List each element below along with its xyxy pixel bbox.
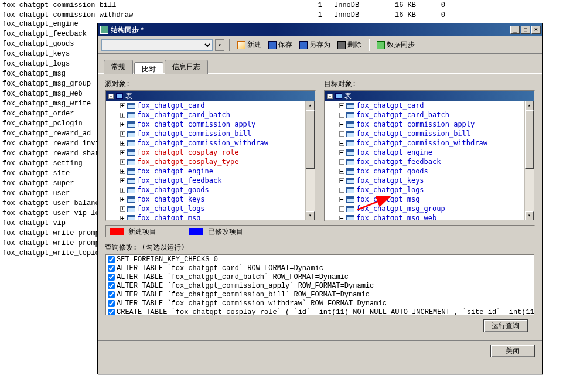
tree-item[interactable]: +fox_chatgpt_msg: [106, 213, 315, 220]
sql-line[interactable]: ALTER TABLE `fox_chatgpt_commission_with…: [106, 299, 534, 308]
expander-icon[interactable]: +: [120, 188, 125, 193]
sql-checkbox[interactable]: [108, 265, 115, 272]
scroll-down-button[interactable]: ▾: [525, 211, 534, 220]
sql-line[interactable]: ALTER TABLE `fox_chatgpt_card_batch` ROW…: [106, 272, 534, 281]
expander-icon[interactable]: +: [339, 206, 344, 212]
tree-item[interactable]: +fox_chatgpt_card: [325, 101, 534, 110]
expander-icon[interactable]: +: [120, 178, 125, 183]
tree-item[interactable]: +fox_chatgpt_engine: [106, 166, 315, 176]
expander-icon[interactable]: +: [120, 131, 125, 137]
expander-icon[interactable]: +: [339, 216, 344, 221]
expander-icon[interactable]: +: [339, 197, 344, 202]
tree-item[interactable]: +fox_chatgpt_feedback: [106, 176, 315, 185]
tree-item[interactable]: +fox_chatgpt_commission_apply: [325, 120, 534, 129]
delete-button[interactable]: 删除: [335, 39, 364, 51]
scroll-up-button[interactable]: ▴: [306, 101, 315, 110]
expander-icon[interactable]: +: [339, 141, 344, 146]
tree-item[interactable]: +fox_chatgpt_goods: [325, 166, 534, 176]
expander-icon[interactable]: +: [120, 197, 125, 202]
expander-icon[interactable]: +: [120, 206, 125, 212]
sql-line[interactable]: ALTER TABLE `fox_chatgpt_commission_appl…: [106, 281, 534, 290]
dialog-titlebar[interactable]: 结构同步 * _ □ ×: [98, 23, 542, 36]
expander-icon[interactable]: +: [120, 216, 125, 221]
scroll-thumb[interactable]: [525, 110, 534, 169]
run-query-button[interactable]: 运行查询: [483, 319, 528, 332]
tree-item[interactable]: +fox_chatgpt_keys: [325, 176, 534, 185]
tree-item[interactable]: +fox_chatgpt_msg_web: [325, 213, 534, 220]
save-button[interactable]: 保存: [266, 39, 295, 51]
scrollbar[interactable]: ▴ ▾: [524, 101, 534, 220]
tree-item[interactable]: +fox_chatgpt_commission_withdraw: [106, 138, 315, 148]
tree-header[interactable]: - 表: [106, 91, 315, 101]
minimize-button[interactable]: _: [510, 26, 520, 34]
sql-checkbox[interactable]: [108, 274, 115, 281]
tree-item[interactable]: +fox_chatgpt_msg_group: [325, 204, 534, 213]
expander-icon[interactable]: +: [120, 122, 125, 127]
expander-icon[interactable]: +: [339, 122, 344, 127]
tree-item[interactable]: +fox_chatgpt_msg: [325, 195, 534, 204]
tab-general[interactable]: 常规: [104, 60, 133, 74]
expander-icon[interactable]: +: [339, 178, 344, 183]
collapse-icon[interactable]: -: [327, 94, 333, 99]
expander-icon[interactable]: +: [339, 159, 344, 165]
tree-item[interactable]: +fox_chatgpt_engine: [325, 148, 534, 157]
target-tree[interactable]: - 表 +fox_chatgpt_card+fox_chatgpt_card_b…: [324, 90, 535, 221]
maximize-button[interactable]: □: [521, 26, 530, 34]
sql-line[interactable]: SET FOREIGN_KEY_CHECKS=0: [106, 255, 534, 264]
sql-listbox[interactable]: SET FOREIGN_KEY_CHECKS=0ALTER TABLE `fox…: [105, 254, 535, 316]
sql-checkbox[interactable]: [108, 256, 115, 263]
data-sync-button[interactable]: 数据同步: [374, 39, 417, 51]
profile-dropdown-button[interactable]: ▾: [215, 39, 224, 51]
sql-line[interactable]: CREATE TABLE `fox_chatgpt_cosplay_role` …: [106, 308, 534, 316]
tree-header[interactable]: - 表: [325, 91, 534, 101]
bg-num: 1: [311, 1, 322, 9]
expander-icon[interactable]: +: [120, 169, 125, 174]
sql-checkbox[interactable]: [108, 282, 115, 289]
expander-icon[interactable]: +: [120, 159, 125, 165]
sql-line[interactable]: ALTER TABLE `fox_chatgpt_commission_bill…: [106, 290, 534, 299]
expander-icon[interactable]: +: [120, 141, 125, 146]
expander-icon[interactable]: +: [339, 113, 344, 118]
collapse-icon[interactable]: -: [108, 94, 114, 99]
tab-compare[interactable]: 比对: [134, 62, 163, 74]
tree-item-name: fox_chatgpt_commission_withdraw: [356, 139, 487, 147]
expander-icon[interactable]: +: [120, 113, 125, 118]
expander-icon[interactable]: +: [339, 150, 344, 155]
tree-item[interactable]: +fox_chatgpt_card_batch: [106, 110, 315, 120]
saveas-button[interactable]: 另存为: [297, 39, 333, 51]
scroll-up-button[interactable]: ▴: [525, 101, 534, 110]
tree-item[interactable]: +fox_chatgpt_cosplay_role: [106, 148, 315, 157]
scroll-down-button[interactable]: ▾: [306, 211, 315, 220]
sql-line[interactable]: ALTER TABLE `fox_chatgpt_card` ROW_FORMA…: [106, 264, 534, 272]
expander-icon[interactable]: +: [339, 188, 344, 193]
new-button[interactable]: 新建: [235, 39, 264, 51]
tab-log[interactable]: 信息日志: [165, 60, 208, 74]
expander-icon[interactable]: +: [339, 169, 344, 174]
tree-item[interactable]: +fox_chatgpt_commission_apply: [106, 120, 315, 129]
tree-item[interactable]: +fox_chatgpt_keys: [106, 195, 315, 204]
scroll-thumb[interactable]: [306, 110, 315, 169]
expander-icon[interactable]: +: [339, 103, 344, 108]
tree-item[interactable]: +fox_chatgpt_feedback: [325, 157, 534, 166]
profile-select[interactable]: [101, 39, 213, 51]
tree-item[interactable]: +fox_chatgpt_commission_bill: [325, 129, 534, 138]
sql-checkbox[interactable]: [108, 300, 115, 307]
source-tree[interactable]: - 表 +fox_chatgpt_card+fox_chatgpt_card_b…: [105, 90, 316, 221]
tree-item[interactable]: +fox_chatgpt_goods: [106, 185, 315, 195]
scrollbar[interactable]: ▴ ▾: [305, 101, 315, 220]
tree-item[interactable]: +fox_chatgpt_logs: [106, 204, 315, 213]
tree-item[interactable]: +fox_chatgpt_commission_bill: [106, 129, 315, 138]
tree-item[interactable]: +fox_chatgpt_card: [106, 101, 315, 110]
expander-icon[interactable]: +: [120, 103, 125, 108]
tree-item[interactable]: +fox_chatgpt_logs: [325, 185, 534, 195]
tree-item[interactable]: +fox_chatgpt_cosplay_type: [106, 157, 315, 166]
close-button[interactable]: ×: [531, 26, 541, 34]
table-icon: [346, 215, 354, 221]
tree-item[interactable]: +fox_chatgpt_commission_withdraw: [325, 138, 534, 148]
sql-checkbox[interactable]: [108, 291, 115, 298]
close-dialog-button[interactable]: 关闭: [490, 345, 535, 357]
sql-checkbox[interactable]: [108, 309, 115, 316]
expander-icon[interactable]: +: [339, 131, 344, 137]
expander-icon[interactable]: +: [120, 150, 125, 155]
tree-item[interactable]: +fox_chatgpt_card_batch: [325, 110, 534, 120]
